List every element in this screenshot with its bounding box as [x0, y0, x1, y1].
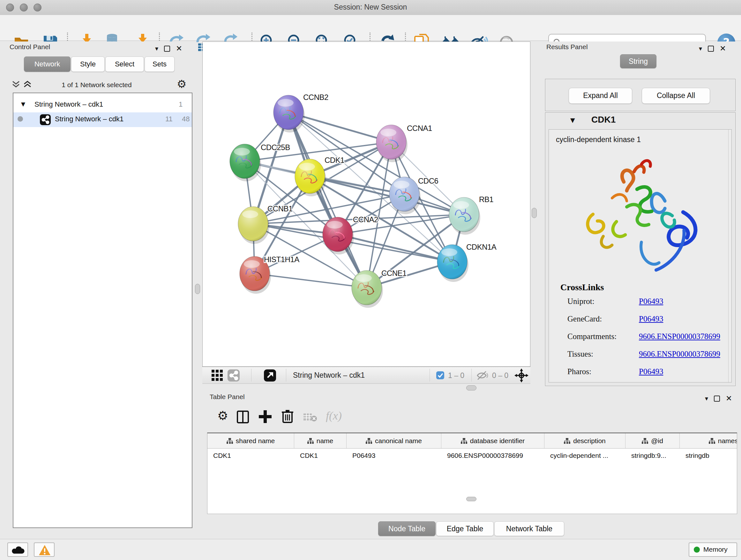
table-panel-close-icon[interactable]: ✕ [726, 394, 732, 403]
node-label: CCNB1 [267, 204, 293, 213]
column-type-icon [642, 438, 648, 444]
title-bar: Session: New Session [0, 0, 741, 15]
tab-style[interactable]: Style [71, 57, 105, 72]
horizontal-splitter-handle[interactable] [466, 385, 476, 390]
show-columns-icon[interactable] [237, 410, 249, 424]
protein-structure-image [568, 149, 715, 280]
network-row-selected[interactable]: String Network – cdk1 11 48 [13, 112, 192, 127]
node-table: shared name name canonical name database… [207, 433, 737, 514]
expand-all-button[interactable]: Expand All [569, 88, 632, 104]
network-share-icon[interactable] [227, 369, 240, 382]
create-column-icon[interactable] [258, 410, 272, 424]
column-header[interactable]: namespace [680, 433, 737, 449]
control-panel: Control Panel ▾ ✕ Network Style Select S… [4, 42, 189, 528]
network-node[interactable] [295, 159, 326, 196]
column-header[interactable]: description [544, 433, 625, 449]
column-header[interactable]: name [294, 433, 347, 449]
delete-column-icon[interactable] [281, 409, 294, 424]
table-row-cell[interactable]: CDK1 [207, 449, 294, 462]
network-node[interactable] [437, 245, 468, 282]
clear-table-icon[interactable] [303, 412, 318, 422]
hidden-items-icon[interactable] [476, 370, 489, 381]
node-result-card: ▼ CDK1 cyclin-dependent kinase 1 [545, 112, 736, 386]
function-builder-icon[interactable]: f(x) [326, 409, 342, 422]
crosslink-pharos-link[interactable]: P06493 [639, 367, 663, 376]
collapse-all-button[interactable]: Collapse All [642, 88, 710, 104]
crosslink-label: Uniprot: [567, 297, 595, 306]
left-splitter-handle[interactable] [195, 284, 200, 294]
selected-count: 1 – 0 [448, 371, 464, 380]
tab-network-table[interactable]: Network Table [494, 521, 564, 536]
node-result-body: cyclin-dependent kinase 1 [549, 129, 732, 382]
control-panel-maximize-icon[interactable] [164, 46, 170, 52]
crosslink-uniprot-link[interactable]: P06493 [639, 297, 663, 306]
table-splitter-handle[interactable] [466, 497, 476, 501]
network-list: ▼ String Network – cdk1 1 String Network… [13, 92, 192, 528]
table-panel-maximize-icon[interactable] [714, 395, 720, 401]
results-panel-close-icon[interactable]: ✕ [720, 44, 726, 53]
tab-node-table[interactable]: Node Table [378, 521, 435, 536]
memory-button[interactable]: Memory [689, 543, 737, 557]
crosslink-label: Tissues: [567, 350, 593, 359]
node-label: CDKN1A [466, 243, 496, 251]
warnings-button[interactable] [34, 543, 55, 557]
table-panel-float-icon[interactable]: ▾ [705, 395, 708, 402]
results-actions-box: Expand All Collapse All [545, 79, 736, 111]
column-header[interactable]: @id [625, 433, 680, 449]
crosslink-genecard-link[interactable]: P06493 [639, 314, 663, 323]
network-node[interactable] [273, 95, 305, 132]
navbar-separator [251, 369, 252, 381]
node-label: HIST1H1A [264, 255, 299, 264]
network-node[interactable] [238, 206, 269, 244]
memory-status-icon [694, 547, 700, 553]
cloud-status-button[interactable] [7, 543, 28, 557]
tab-string[interactable]: String [620, 54, 657, 68]
main-toolbar: ? [0, 15, 741, 41]
table-row-cell[interactable]: CDK1 [294, 449, 347, 462]
control-panel-close-icon[interactable]: ✕ [176, 44, 182, 53]
birdseye-view-icon[interactable] [264, 369, 276, 382]
navbar-separator [429, 369, 430, 381]
tab-network[interactable]: Network [24, 57, 71, 72]
network-node[interactable] [352, 270, 383, 308]
network-type-icon [40, 114, 51, 125]
table-row-cell[interactable]: 9606.ENSP00000378699 [441, 449, 544, 462]
node-label: CCNA2 [353, 215, 378, 224]
crosslink-compartments-link[interactable]: 9606.ENSP00000378699 [639, 332, 720, 341]
column-header[interactable]: shared name [207, 433, 294, 449]
column-type-icon [564, 438, 570, 444]
network-node[interactable] [376, 125, 408, 162]
crosslink-tissues-link[interactable]: 9606.ENSP00000378699 [639, 350, 720, 359]
grid-view-icon[interactable] [211, 369, 223, 381]
tab-select[interactable]: Select [105, 57, 144, 72]
network-canvas[interactable]: CCNB2CCNA1CDC25BCDK1CDC6RB1CCNB1CCNA2CDK… [202, 42, 530, 367]
results-panel-float-icon[interactable]: ▾ [699, 45, 702, 52]
table-row-cell[interactable]: stringdb [680, 449, 737, 462]
tab-edge-table[interactable]: Edge Table [436, 521, 494, 536]
fit-center-icon[interactable] [515, 368, 529, 382]
node-label: CDK1 [325, 156, 344, 165]
column-header[interactable]: canonical name [347, 433, 441, 449]
table-row-cell[interactable]: stringdb:9... [625, 449, 680, 462]
selected-checkbox-icon[interactable] [436, 371, 445, 380]
card-collapse-icon[interactable]: ▼ [570, 117, 575, 124]
network-collection-row[interactable]: ▼ String Network – cdk1 1 [13, 98, 192, 112]
right-splitter-handle[interactable] [532, 208, 537, 218]
network-selection-status: 1 of 1 Network selected [4, 81, 189, 89]
network-node[interactable] [449, 197, 480, 235]
results-panel-maximize-icon[interactable] [708, 46, 714, 52]
results-scrollbar[interactable] [728, 130, 729, 383]
tree-expand-icon[interactable]: ▼ [21, 101, 25, 107]
table-options-gear-icon[interactable]: ⚙ [217, 409, 228, 423]
network-graph[interactable]: CCNB2CCNA1CDC25BCDK1CDC6RB1CCNB1CCNA2CDK… [203, 42, 530, 367]
table-row-cell[interactable]: P06493 [347, 449, 441, 462]
tab-sets[interactable]: Sets [145, 57, 175, 72]
network-node[interactable] [230, 144, 261, 181]
column-header[interactable]: database identifier [441, 433, 544, 449]
node-label: CDC25B [261, 143, 290, 152]
network-node[interactable] [323, 217, 354, 254]
control-panel-float-icon[interactable]: ▾ [155, 45, 158, 52]
table-row-cell[interactable]: cyclin-dependent ... [544, 449, 625, 462]
network-options-gear-icon[interactable]: ⚙ [177, 78, 186, 90]
network-row-label: String Network – cdk1 [55, 115, 124, 123]
